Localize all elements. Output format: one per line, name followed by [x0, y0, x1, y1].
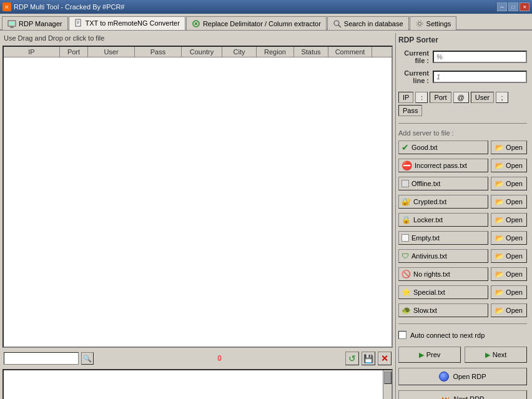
file-row-crypted: 🔐 Crypted.txt 📂 Open [398, 195, 527, 209]
special-open-label: Open [506, 288, 523, 296]
incorrect-file-button[interactable]: ⛔ Incorrect pass.txt [398, 159, 488, 172]
crypted-open-button[interactable]: 📂 Open [491, 195, 527, 209]
incorrect-open-button[interactable]: 📂 Open [491, 159, 527, 172]
good-icon: ✔ [401, 142, 409, 152]
offline-folder-icon: 📂 [495, 180, 504, 188]
tab-rdp-manager[interactable]: RDP Manager [2, 16, 68, 30]
search-db-icon [333, 19, 342, 28]
sep-colon-btn[interactable]: : [415, 92, 428, 103]
svg-line-10 [338, 25, 341, 27]
good-open-button[interactable]: 📂 Open [491, 140, 527, 154]
special-file-button[interactable]: ⭐ Special.txt [398, 285, 488, 299]
counter-display: 0 [96, 354, 343, 363]
svg-point-11 [418, 22, 421, 25]
good-open-label: Open [506, 144, 523, 151]
clear-icon: ✕ [381, 353, 388, 363]
offline-file-label: Offline.txt [411, 180, 440, 187]
table-header: IP Port User Pass Country City Region St… [4, 47, 392, 57]
prev-button[interactable]: ▶ Prev [398, 347, 461, 363]
good-file-button[interactable]: ✔ Good.txt [398, 140, 488, 154]
col-header-pass: Pass [135, 47, 182, 57]
slow-file-button[interactable]: 🐢 Slow.txt [398, 303, 488, 317]
tab-txt-converter[interactable]: TXT to mRemoteNG Converter [69, 16, 185, 30]
special-open-button[interactable]: 📂 Open [491, 285, 527, 299]
slow-open-button[interactable]: 📂 Open [491, 303, 527, 317]
left-panel: Use Drag and Drop or click to file IP Po… [2, 33, 393, 399]
tab-search-database[interactable]: Search in database [327, 16, 409, 30]
antivirus-file-button[interactable]: 🛡 Antivirus.txt [398, 249, 488, 263]
offline-open-label: Open [506, 180, 523, 187]
save-button[interactable]: 💾 [362, 352, 375, 365]
locker-open-button[interactable]: 📂 Open [491, 213, 527, 227]
sep-at-btn[interactable]: @ [453, 92, 469, 103]
incorrect-file-label: Incorrect pass.txt [415, 162, 467, 169]
norights-file-button[interactable]: 🚫 No rights.txt [398, 267, 488, 281]
scrollbar-thumb[interactable] [384, 372, 392, 384]
crypted-icon: 🔐 [401, 197, 411, 206]
next-rdp-label: Next RDP [454, 395, 485, 399]
open-rdp-button[interactable]: Open RDP [398, 368, 527, 385]
tab-bar: RDP Manager TXT to mRemoteNG Converter R… [0, 14, 532, 31]
norights-open-label: Open [506, 270, 523, 278]
locker-open-label: Open [506, 216, 523, 224]
next-rdp-icon: ⏭ [441, 394, 450, 399]
minimize-button[interactable]: ─ [497, 2, 507, 11]
bottom-toolbar: 🔍 0 ↺ 💾 ✕ [2, 350, 393, 367]
locker-folder-icon: 📂 [495, 216, 504, 224]
clear-button[interactable]: ✕ [378, 352, 392, 365]
offline-file-button[interactable]: Offline.txt [398, 177, 488, 190]
antivirus-folder-icon: 📂 [495, 252, 504, 260]
current-file-input[interactable] [433, 51, 527, 63]
sep-ip-btn[interactable]: IP [398, 92, 413, 103]
search-button[interactable]: 🔍 [81, 352, 94, 365]
sep-pass-btn[interactable]: Pass [398, 105, 422, 116]
file-row-incorrect: ⛔ Incorrect pass.txt 📂 Open [398, 159, 527, 172]
empty-file-button[interactable]: Empty.txt [398, 231, 488, 245]
refresh-button[interactable]: ↺ [345, 352, 359, 365]
offline-open-button[interactable]: 📂 Open [491, 177, 527, 190]
replace-icon [192, 19, 200, 28]
tab-rdp-manager-label: RDP Manager [19, 20, 62, 27]
empty-icon [401, 234, 409, 242]
norights-file-label: No rights.txt [413, 270, 450, 278]
empty-open-button[interactable]: 📂 Open [491, 231, 527, 245]
tab-search-label: Search in database [344, 20, 403, 27]
maximize-button[interactable]: □ [508, 2, 518, 11]
current-line-input[interactable] [433, 71, 527, 83]
tab-settings-label: Settings [426, 20, 451, 27]
file-row-norights: 🚫 No rights.txt 📂 Open [398, 267, 527, 281]
close-button[interactable]: ✕ [520, 2, 530, 11]
tab-settings[interactable]: Settings [410, 16, 457, 30]
rdp-manager-icon [7, 19, 16, 28]
locker-file-label: Locker.txt [413, 216, 443, 224]
title-bar-left: R RDP Multi Tool - Cracked By #PCR# [2, 2, 125, 11]
slow-open-label: Open [506, 307, 523, 314]
file-row-slow: 🐢 Slow.txt 📂 Open [398, 303, 527, 317]
search-input[interactable] [4, 352, 79, 365]
special-icon: ⭐ [401, 288, 411, 297]
col-header-user: User [88, 47, 135, 57]
auto-connect-label: Auto connect to next rdp [410, 332, 485, 339]
crypted-file-button[interactable]: 🔐 Crypted.txt [398, 195, 488, 209]
locker-file-button[interactable]: 🔒 Locker.txt [398, 213, 488, 227]
main-table: IP Port User Pass Country City Region St… [2, 46, 393, 348]
norights-folder-icon: 📂 [495, 270, 504, 278]
file-row-locker: 🔒 Locker.txt 📂 Open [398, 213, 527, 227]
incorrect-open-label: Open [506, 162, 523, 169]
antivirus-open-button[interactable]: 📂 Open [491, 249, 527, 263]
auto-connect-checkbox[interactable] [398, 331, 406, 339]
log-scrollbar[interactable] [383, 370, 392, 399]
svg-rect-4 [76, 19, 81, 26]
file-row-special: ⭐ Special.txt 📂 Open [398, 285, 527, 299]
auto-connect-row: Auto connect to next rdp [398, 331, 527, 339]
norights-open-button[interactable]: 📂 Open [491, 267, 527, 281]
sep-port-btn[interactable]: Port [430, 92, 451, 103]
refresh-icon: ↺ [348, 353, 356, 363]
sep-semicolon-btn[interactable]: ; [496, 92, 508, 103]
sep-user-btn[interactable]: User [471, 92, 494, 103]
next-rdp-button[interactable]: ⏭ Next RDP [398, 390, 527, 399]
tab-replace-delimitator[interactable]: Replace Delimitator / Column extractor [186, 16, 327, 30]
special-folder-icon: 📂 [495, 288, 504, 297]
next-button[interactable]: ▶ Next [465, 347, 527, 363]
file-row-antivirus: 🛡 Antivirus.txt 📂 Open [398, 249, 527, 263]
